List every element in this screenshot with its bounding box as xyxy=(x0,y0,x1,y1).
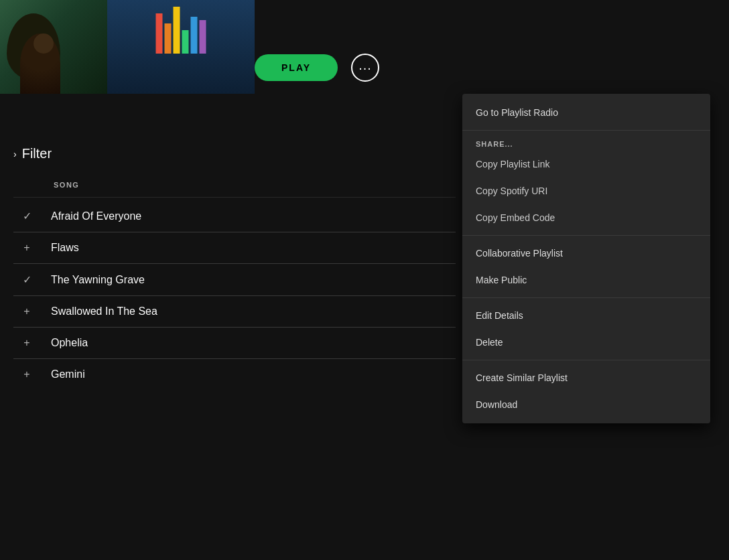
menu-divider xyxy=(462,235,710,236)
list-item[interactable]: +Ophelia xyxy=(13,330,456,356)
plus-icon: + xyxy=(13,337,40,349)
filter-label: Filter xyxy=(22,146,52,161)
menu-section-header: Share... xyxy=(462,135,710,151)
list-item[interactable]: +Flaws xyxy=(13,235,456,261)
more-options-button[interactable]: ··· xyxy=(351,54,379,82)
song-title: Swallowed In The Sea xyxy=(51,305,157,318)
song-divider xyxy=(13,327,456,328)
song-column-header: SONG xyxy=(13,181,456,198)
list-item[interactable]: ✓The Yawning Grave xyxy=(13,267,456,293)
song-items-container: ✓Afraid Of Everyone+Flaws✓The Yawning Gr… xyxy=(13,203,456,387)
toolbar: PLAY ··· xyxy=(255,54,379,82)
menu-item-edit-details[interactable]: Edit Details xyxy=(462,302,710,329)
menu-divider xyxy=(462,130,710,131)
menu-item-create-similar[interactable]: Create Similar Playlist xyxy=(462,364,710,391)
list-item[interactable]: ✓Afraid Of Everyone xyxy=(13,203,456,229)
filter-chevron-icon: › xyxy=(13,149,17,159)
song-title: Ophelia xyxy=(51,337,88,349)
menu-item-download[interactable]: Download xyxy=(462,391,710,418)
song-divider xyxy=(13,263,456,264)
checkmark-icon: ✓ xyxy=(13,273,40,286)
album-bars xyxy=(156,7,206,54)
list-item[interactable]: +Swallowed In The Sea xyxy=(13,299,456,324)
menu-item-goto-radio[interactable]: Go to Playlist Radio xyxy=(462,99,710,126)
filter-area[interactable]: › Filter xyxy=(13,146,52,161)
song-divider xyxy=(13,232,456,232)
album-art-left xyxy=(0,0,107,94)
plus-icon: + xyxy=(13,242,40,254)
ellipsis-icon: ··· xyxy=(358,60,372,76)
song-divider xyxy=(13,358,456,359)
song-title: Flaws xyxy=(51,242,79,254)
list-item[interactable]: +Gemini xyxy=(13,362,456,387)
song-title: Gemini xyxy=(51,368,85,380)
menu-divider xyxy=(462,297,710,298)
song-list: SONG ✓Afraid Of Everyone+Flaws✓The Yawni… xyxy=(13,181,456,387)
plus-icon: + xyxy=(13,305,40,318)
album-bar xyxy=(165,23,172,54)
song-title: The Yawning Grave xyxy=(51,274,145,286)
album-bar xyxy=(156,13,163,54)
album-bar xyxy=(200,20,206,54)
menu-item-copy-link[interactable]: Copy Playlist Link xyxy=(462,151,710,178)
album-bar xyxy=(182,30,189,54)
menu-divider xyxy=(462,360,710,360)
song-divider xyxy=(13,295,456,296)
album-bar xyxy=(174,7,180,54)
context-menu: Go to Playlist RadioShare...Copy Playlis… xyxy=(462,94,710,423)
play-button[interactable]: PLAY xyxy=(255,54,338,81)
menu-item-collab[interactable]: Collaborative Playlist xyxy=(462,240,710,267)
menu-item-delete[interactable]: Delete xyxy=(462,329,710,356)
album-art-center xyxy=(107,0,255,94)
song-title: Afraid Of Everyone xyxy=(51,210,141,222)
menu-item-copy-uri[interactable]: Copy Spotify URI xyxy=(462,178,710,204)
menu-item-make-public[interactable]: Make Public xyxy=(462,267,710,293)
menu-item-copy-embed[interactable]: Copy Embed Code xyxy=(462,204,710,231)
checkmark-icon: ✓ xyxy=(13,210,40,222)
album-bar xyxy=(191,17,198,54)
plus-icon: + xyxy=(13,368,40,380)
